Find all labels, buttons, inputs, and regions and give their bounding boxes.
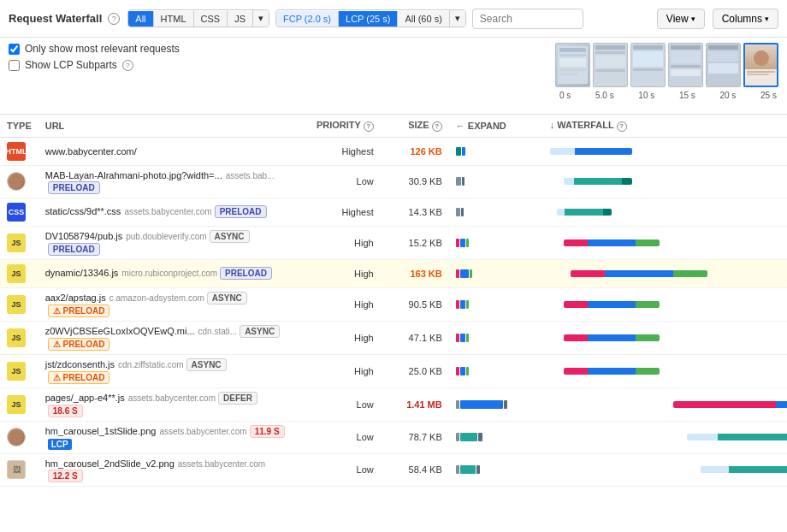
cell-expand	[449, 165, 543, 198]
cell-priority: Low	[295, 165, 381, 198]
view-chevron-icon: ▾	[691, 15, 695, 23]
film-thumb-4[interactable]	[668, 43, 703, 87]
milestone-lcp[interactable]: LCP (25 s)	[338, 11, 397, 27]
cell-url[interactable]: hm_carousel_2ndSlide_v2.pngassets.babyce…	[38, 453, 295, 486]
filter-js[interactable]: JS	[227, 11, 252, 27]
page-title: Request Waterfall	[9, 12, 102, 25]
table-row: JSDV1058794/pub.jspub.doubleverify.comAS…	[0, 226, 787, 259]
cell-size: 90.5 KB	[381, 287, 449, 321]
milestone-group: FCP (2.0 s) LCP (25 s) All (60 s) ▾	[275, 9, 466, 27]
cell-expand	[449, 226, 543, 259]
milestone-fcp[interactable]: FCP (2.0 s)	[276, 11, 338, 27]
cell-type: JS	[0, 287, 38, 321]
ruler-mark-5: 5.0 s	[595, 91, 614, 100]
cell-priority: Highest	[295, 137, 381, 165]
cell-waterfall	[543, 321, 787, 354]
cell-url[interactable]: aax2/apstag.jsc.amazon-adsystem.comASYNC…	[38, 287, 295, 321]
ruler-mark-25: 25 s	[760, 91, 777, 100]
table-row: HTMLwww.babycenter.com/Highest126 KB	[0, 137, 787, 165]
view-button[interactable]: View ▾	[657, 9, 705, 29]
requests-table: TYPE URL PRIORITY ? SIZE ? ← EXPAND ↓ WA…	[0, 115, 787, 487]
cell-url[interactable]: jst/zdconsenth.jscdn.ziffstatic.comASYNC…	[38, 354, 295, 387]
milestone-all[interactable]: All (60 s)	[397, 11, 448, 27]
show-lcp-checkbox[interactable]	[9, 60, 20, 71]
cell-waterfall	[543, 287, 787, 321]
film-thumb-3[interactable]	[630, 43, 666, 87]
cell-type: JS	[0, 321, 38, 354]
filter-all[interactable]: All	[128, 11, 152, 27]
filter-dropdown[interactable]: ▾	[252, 10, 269, 27]
cell-type: CSS	[0, 198, 38, 226]
cell-url[interactable]: pages/_app-e4**.jsassets.babycenter.comD…	[38, 387, 295, 421]
table-row: hm_carousel_1stSlide.pngassets.babycente…	[0, 421, 787, 453]
ruler-mark-15: 15 s	[679, 91, 695, 100]
table-row: JSaax2/apstag.jsc.amazon-adsystem.comASY…	[0, 287, 787, 321]
cell-size: 47.1 KB	[381, 321, 449, 354]
film-thumb-2[interactable]	[593, 43, 628, 87]
cell-expand	[449, 354, 543, 387]
cell-expand	[449, 287, 543, 321]
filter-html[interactable]: HTML	[153, 11, 193, 27]
cell-url[interactable]: www.babycenter.com/	[38, 137, 295, 165]
film-strip-container: 0 s 5.0 s 10 s 15 s 20 s 25 s	[555, 43, 778, 100]
header: Request Waterfall ? All HTML CSS JS ▾ FC…	[0, 0, 787, 38]
col-header-waterfall: ↓ WATERFALL ?	[543, 115, 787, 137]
cell-type: JS	[0, 259, 38, 287]
cell-type: JS	[0, 354, 38, 387]
lcp-help-icon[interactable]: ?	[122, 60, 133, 71]
columns-chevron-icon: ▾	[765, 15, 769, 23]
col-header-type: TYPE	[0, 115, 38, 137]
cell-priority: Low	[295, 387, 381, 421]
cell-waterfall	[543, 137, 787, 165]
cell-waterfall	[543, 453, 787, 486]
film-thumb-6[interactable]	[743, 43, 778, 87]
cell-expand	[449, 421, 543, 453]
cell-size: 78.7 KB	[381, 421, 449, 453]
cell-url[interactable]: DV1058794/pub.jspub.doubleverify.comASYN…	[38, 226, 295, 259]
cell-url[interactable]: hm_carousel_1stSlide.pngassets.babycente…	[38, 421, 295, 453]
cell-type: HTML	[0, 137, 38, 165]
cell-size: 30.9 KB	[381, 165, 449, 198]
cell-priority: High	[295, 321, 381, 354]
cell-url[interactable]: z0WVjCBSEeGLoxIxOQVEwQ.mi...cdn.stati...…	[38, 321, 295, 354]
columns-label: Columns	[722, 13, 762, 25]
show-lcp-checkbox-label[interactable]: Show LCP Subparts ?	[9, 59, 555, 71]
filter-css[interactable]: CSS	[193, 11, 228, 27]
cell-url[interactable]: MAB-Layan-Alrahmani-photo.jpg?width=...a…	[38, 165, 295, 198]
table-row: JSpages/_app-e4**.jsassets.babycenter.co…	[0, 387, 787, 421]
ruler-mark-0: 0 s	[559, 91, 571, 100]
cell-priority: Low	[295, 421, 381, 453]
table-row: JSz0WVjCBSEeGLoxIxOQVEwQ.mi...cdn.stati.…	[0, 321, 787, 354]
cell-url[interactable]: static/css/9d**.cssassets.babycenter.com…	[38, 198, 295, 226]
cell-type	[0, 421, 38, 453]
table-row: 🖼hm_carousel_2ndSlide_v2.pngassets.babyc…	[0, 453, 787, 486]
film-strip	[555, 43, 778, 87]
show-relevant-checkbox-label[interactable]: Only show most relevant requests	[9, 43, 555, 55]
ruler: 0 s 5.0 s 10 s 15 s 20 s 25 s	[558, 91, 778, 100]
cell-waterfall	[543, 165, 787, 198]
columns-button[interactable]: Columns ▾	[713, 9, 778, 29]
cell-expand	[449, 198, 543, 226]
cell-size: 25.0 KB	[381, 354, 449, 387]
cell-priority: Highest	[295, 198, 381, 226]
film-thumb-5[interactable]	[706, 43, 741, 87]
ruler-mark-20: 20 s	[719, 91, 736, 100]
cell-type: 🖼	[0, 453, 38, 486]
waterfall-help-icon[interactable]: ?	[617, 121, 627, 132]
cell-size: 58.4 KB	[381, 453, 449, 486]
milestone-dropdown[interactable]: ▾	[449, 10, 465, 27]
priority-help-icon[interactable]: ?	[364, 121, 374, 132]
cell-priority: High	[295, 354, 381, 387]
cell-type	[0, 165, 38, 198]
col-header-priority: PRIORITY ?	[295, 115, 381, 137]
title-help-icon[interactable]: ?	[108, 13, 120, 25]
table-row: JSdynamic/13346.jsmicro.rubiconproject.c…	[0, 259, 787, 287]
cell-size: 15.2 KB	[381, 226, 449, 259]
cell-url[interactable]: dynamic/13346.jsmicro.rubiconproject.com…	[38, 259, 295, 287]
cell-waterfall	[543, 354, 787, 387]
show-relevant-checkbox[interactable]	[9, 44, 20, 55]
search-input[interactable]	[472, 9, 583, 29]
show-relevant-label: Only show most relevant requests	[25, 43, 180, 55]
film-thumb-1[interactable]	[555, 43, 590, 87]
size-help-icon[interactable]: ?	[432, 121, 442, 132]
